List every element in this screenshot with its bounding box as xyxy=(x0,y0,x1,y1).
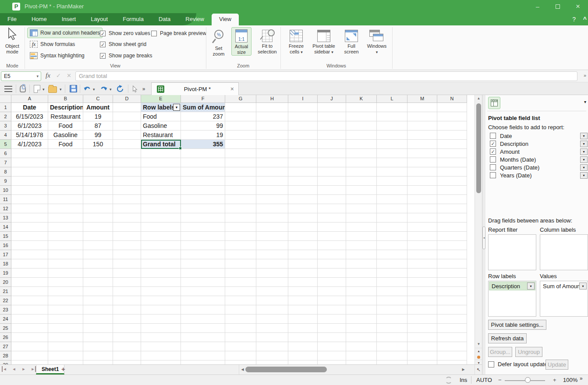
cell-L25[interactable] xyxy=(377,324,407,333)
cell-J12[interactable] xyxy=(318,204,346,213)
new-document-button[interactable] xyxy=(32,84,41,93)
row-head-12[interactable]: 12 xyxy=(0,204,11,213)
cell-A22[interactable] xyxy=(11,296,48,305)
col-head-K[interactable]: K xyxy=(346,95,377,103)
cell-K20[interactable] xyxy=(346,278,377,287)
cell-F21[interactable] xyxy=(181,287,225,296)
cell-B11[interactable] xyxy=(48,195,83,204)
menu-tab-formula[interactable]: Formula xyxy=(115,13,151,25)
cell-D28[interactable] xyxy=(113,351,141,360)
report-filter-area[interactable] xyxy=(488,234,536,270)
ungroup-button[interactable]: Ungroup xyxy=(515,347,542,357)
cell-E5[interactable]: Grand total xyxy=(141,140,181,149)
scroll-down-icon[interactable]: ▼ xyxy=(475,341,482,348)
cell-F18[interactable] xyxy=(181,259,225,268)
col-head-C[interactable]: C xyxy=(83,95,113,103)
field-row-amount[interactable]: ✓ Amount ▾ xyxy=(487,148,588,155)
cell-C10[interactable] xyxy=(83,186,113,195)
cell-N27[interactable] xyxy=(437,342,467,351)
cell-J1[interactable] xyxy=(318,103,346,112)
cell-B28[interactable] xyxy=(48,351,83,360)
cell-K7[interactable] xyxy=(346,158,377,167)
row-head-18[interactable]: 18 xyxy=(0,259,11,268)
cell-N1[interactable] xyxy=(437,103,467,112)
cell-K21[interactable] xyxy=(346,287,377,296)
cell-A7[interactable] xyxy=(11,158,48,167)
cell-J28[interactable] xyxy=(318,351,346,360)
cell-A20[interactable] xyxy=(11,278,48,287)
cell-K22[interactable] xyxy=(346,296,377,305)
cell-I21[interactable] xyxy=(288,287,318,296)
cell-L16[interactable] xyxy=(377,241,407,250)
cell-N8[interactable] xyxy=(437,167,467,177)
checkbox-unchecked-icon[interactable] xyxy=(490,164,496,170)
cell-N25[interactable] xyxy=(437,324,467,333)
show-formulas-button[interactable]: fx Show formulas xyxy=(27,39,78,49)
cell-G11[interactable] xyxy=(225,195,256,204)
cell-M22[interactable] xyxy=(407,296,437,305)
cell-N4[interactable] xyxy=(437,131,467,140)
cell-L20[interactable] xyxy=(377,278,407,287)
new-document-dropdown[interactable]: ▾ xyxy=(43,87,45,92)
cell-K4[interactable] xyxy=(346,131,377,140)
cell-B3[interactable]: Food xyxy=(48,121,83,131)
row-head-28[interactable]: 28 xyxy=(0,351,11,360)
cell-B29[interactable] xyxy=(48,360,83,364)
cell-A8[interactable] xyxy=(11,167,48,177)
cell-D27[interactable] xyxy=(113,342,141,351)
cell-G25[interactable] xyxy=(225,324,256,333)
next-sheet-icon[interactable]: ▸ xyxy=(21,366,26,372)
cell-C5[interactable]: 150 xyxy=(83,140,113,149)
scroll-up-icon[interactable]: ▲ xyxy=(475,95,482,102)
cell-L24[interactable] xyxy=(377,314,407,324)
cell-L17[interactable] xyxy=(377,250,407,259)
row-head-7[interactable]: 7 xyxy=(0,158,11,167)
windows-button[interactable]: Windows ▾ xyxy=(365,27,389,56)
cell-C13[interactable] xyxy=(83,213,113,223)
cell-H22[interactable] xyxy=(256,296,288,305)
zoom-percent-indicator[interactable]: 100% xyxy=(563,377,577,383)
page-break-preview-checkbox[interactable]: Page break preview xyxy=(151,29,206,37)
cell-K2[interactable] xyxy=(346,112,377,121)
column-labels-area[interactable] xyxy=(540,234,588,270)
cell-H1[interactable] xyxy=(256,103,288,112)
col-head-E[interactable]: E xyxy=(141,95,181,103)
cell-M6[interactable] xyxy=(407,149,437,158)
cell-A2[interactable]: 6/15/2023 xyxy=(11,112,48,121)
cell-M15[interactable] xyxy=(407,232,437,241)
cell-J10[interactable] xyxy=(318,186,346,195)
cell-I18[interactable] xyxy=(288,259,318,268)
pivot-sidebar-tool-button[interactable] xyxy=(488,97,500,109)
cell-N18[interactable] xyxy=(437,259,467,268)
cell-G28[interactable] xyxy=(225,351,256,360)
cell-L5[interactable] xyxy=(377,140,407,149)
fit-to-selection-button[interactable]: Fit to selection xyxy=(255,27,280,55)
cell-F16[interactable] xyxy=(181,241,225,250)
cell-C7[interactable] xyxy=(83,158,113,167)
open-button[interactable] xyxy=(47,84,58,93)
status-overflow-icon[interactable]: » xyxy=(580,375,583,381)
cell-L21[interactable] xyxy=(377,287,407,296)
row-head-3[interactable]: 3 xyxy=(0,121,11,131)
cell-I27[interactable] xyxy=(288,342,318,351)
cell-J22[interactable] xyxy=(318,296,346,305)
checkbox-unchecked-icon[interactable] xyxy=(490,172,496,178)
cell-G20[interactable] xyxy=(225,278,256,287)
row-head-10[interactable]: 10 xyxy=(0,186,11,195)
cell-N16[interactable] xyxy=(437,241,467,250)
col-head-I[interactable]: I xyxy=(288,95,318,103)
cell-M27[interactable] xyxy=(407,342,437,351)
cell-G17[interactable] xyxy=(225,250,256,259)
cell-B5[interactable]: Food xyxy=(48,140,83,149)
col-head-L[interactable]: L xyxy=(377,95,407,103)
cell-G24[interactable] xyxy=(225,314,256,324)
undo-dropdown[interactable]: ▾ xyxy=(93,87,95,92)
cell-I14[interactable] xyxy=(288,223,318,232)
cell-M23[interactable] xyxy=(407,305,437,314)
scroll-corner-icon[interactable]: ↖ xyxy=(475,364,482,374)
cell-K8[interactable] xyxy=(346,167,377,177)
cell-K16[interactable] xyxy=(346,241,377,250)
cell-J3[interactable] xyxy=(318,121,346,131)
row-head-27[interactable]: 27 xyxy=(0,342,11,351)
cell-J23[interactable] xyxy=(318,305,346,314)
